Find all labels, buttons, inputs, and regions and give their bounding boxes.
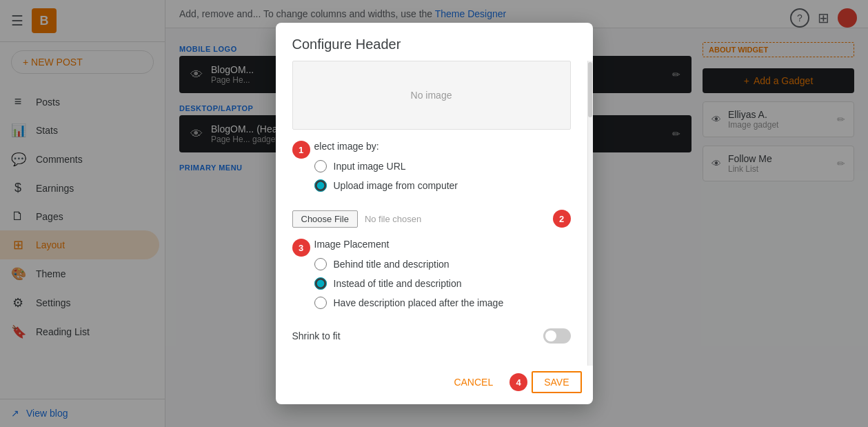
radio-behind-label: Behind title and description [334, 259, 450, 270]
radio-option-url[interactable]: Input image URL [314, 160, 571, 172]
image-placement-label: Image Placement [314, 239, 571, 250]
annotation-4: 4 [509, 373, 527, 391]
scroll-thumb [588, 62, 592, 117]
no-file-text: No file chosen [365, 214, 421, 224]
radio-instead-label: Instead of title and description [334, 278, 462, 289]
radio-url[interactable] [314, 160, 327, 172]
radio-instead[interactable] [314, 277, 327, 290]
modal-title: Configure Header [276, 23, 593, 61]
modal-footer: CANCEL 4 SAVE [276, 366, 593, 404]
placement-after[interactable]: Have description placed after the image [314, 297, 571, 309]
radio-after-label: Have description placed after the image [334, 297, 504, 308]
modal-inner: No image 1 elect image by: [276, 61, 593, 366]
radio-upload[interactable] [314, 179, 327, 192]
radio-group-image: Input image URL Upload image from comput… [314, 160, 571, 192]
modal-scrollbar[interactable] [587, 61, 593, 366]
configure-header-modal: Configure Header No image 1 elect image … [276, 23, 593, 404]
annotation-2: 2 [553, 210, 571, 228]
radio-url-label: Input image URL [334, 161, 406, 172]
shrink-to-fit-row: Shrink to fit [292, 328, 571, 344]
shrink-toggle[interactable] [543, 328, 571, 344]
radio-after[interactable] [314, 297, 327, 309]
select-image-label: elect image by: [314, 141, 571, 152]
file-input-row: Choose File No file chosen [292, 210, 549, 228]
radio-behind[interactable] [314, 258, 327, 270]
no-image-box: No image [292, 61, 571, 130]
placement-options: Behind title and description Instead of … [314, 258, 571, 309]
annotation-1: 1 [292, 141, 310, 159]
radio-option-upload[interactable]: Upload image from computer [314, 179, 571, 192]
placement-behind[interactable]: Behind title and description [314, 258, 571, 270]
choose-file-button[interactable]: Choose File [292, 210, 358, 228]
cancel-button[interactable]: CANCEL [443, 371, 504, 393]
no-image-text: No image [411, 90, 452, 101]
modal-body: No image 1 elect image by: [276, 61, 587, 366]
radio-upload-label: Upload image from computer [334, 180, 458, 191]
save-button[interactable]: SAVE [532, 371, 581, 393]
annotation-3: 3 [292, 239, 310, 257]
shrink-label: Shrink to fit [292, 330, 341, 341]
modal-overlay[interactable]: Configure Header No image 1 elect image … [0, 0, 868, 427]
placement-instead[interactable]: Instead of title and description [314, 277, 571, 290]
